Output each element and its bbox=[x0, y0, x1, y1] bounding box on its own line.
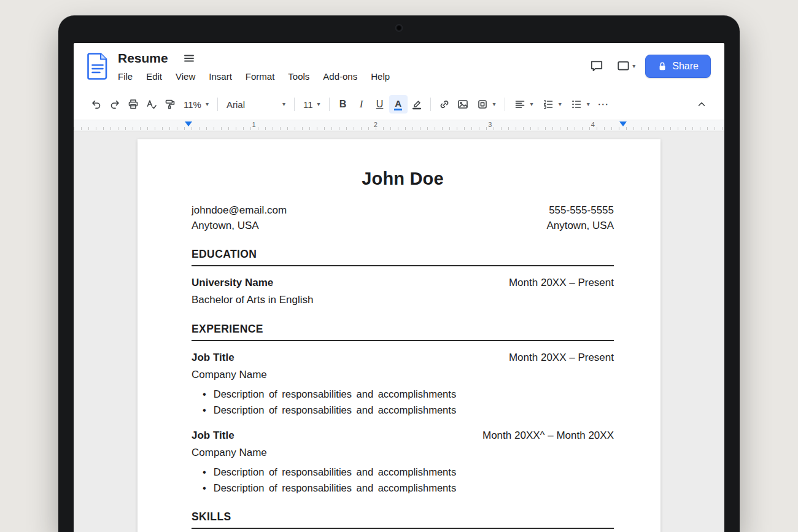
skills-heading: SKILLS bbox=[192, 511, 614, 529]
contact-city-left: Anytown, USA bbox=[192, 218, 259, 233]
bullet-item: • Description of responsabilities and ac… bbox=[192, 480, 614, 496]
menu-view[interactable]: View bbox=[176, 70, 195, 83]
bullet-item: • Description of responsabilities and ac… bbox=[192, 402, 614, 418]
education-heading: EDUCATION bbox=[192, 248, 614, 266]
bulleted-list-dropdown[interactable]: ▾ bbox=[566, 95, 594, 114]
lock-icon bbox=[657, 61, 667, 72]
app-window: Resume File Edit View Insart Format Tool… bbox=[74, 43, 724, 532]
insert-link-button[interactable] bbox=[435, 95, 454, 114]
toolbar-divider bbox=[505, 98, 505, 111]
ruler-mark-4: 4 bbox=[591, 121, 595, 128]
align-caret-icon: ▾ bbox=[530, 101, 533, 107]
right-indent-marker[interactable] bbox=[619, 121, 627, 126]
ruler-ticks bbox=[74, 127, 724, 130]
paint-format-button[interactable] bbox=[161, 95, 179, 114]
docs-logo-icon[interactable] bbox=[87, 53, 108, 80]
menu-file[interactable]: File bbox=[118, 70, 133, 83]
menu-addons[interactable]: Add-ons bbox=[323, 70, 357, 83]
share-button[interactable]: Share bbox=[645, 55, 711, 78]
menu-format[interactable]: Format bbox=[246, 70, 275, 83]
bullet-dot: • bbox=[203, 480, 206, 496]
align-dropdown[interactable]: ▾ bbox=[509, 95, 538, 114]
job-2-bullets: • Description of responsabilities and ac… bbox=[192, 464, 614, 496]
hamburger-menu-icon[interactable] bbox=[179, 48, 199, 68]
contact-row-2: Anytown, USA Anytown, USA bbox=[192, 218, 614, 233]
toolbar-divider bbox=[294, 98, 295, 111]
print-button[interactable] bbox=[124, 95, 142, 114]
toolbar-divider bbox=[217, 98, 218, 111]
toolbar-divider bbox=[430, 98, 431, 111]
job-2-row: Job Title Month 20XX^ – Month 20XX bbox=[192, 428, 614, 442]
present-button[interactable]: ▾ bbox=[616, 59, 635, 74]
header-actions: ▾ Share bbox=[587, 55, 711, 78]
docs-header: Resume File Edit View Insart Format Tool… bbox=[74, 43, 724, 89]
toolbar: 11% ▾ Arial ▾ 11 ▾ B I U bbox=[74, 89, 724, 120]
job-2-dates: Month 20XX^ – Month 20XX bbox=[482, 428, 614, 442]
text-color-button[interactable]: A bbox=[389, 95, 408, 114]
contact-email: johndoe@email.com bbox=[192, 202, 287, 218]
font-size-dropdown[interactable]: 11 ▾ bbox=[299, 95, 325, 114]
title-block: Resume File Edit View Insart Format Tool… bbox=[118, 48, 390, 83]
spellcheck-button[interactable] bbox=[142, 95, 161, 114]
collapse-toolbar-button[interactable] bbox=[692, 95, 711, 114]
education-entry: University Name Month 20XX – Present bbox=[192, 276, 614, 290]
toolbar-divider bbox=[329, 98, 330, 111]
bullet-text: Description of responsabilities and acco… bbox=[214, 386, 456, 402]
redo-button[interactable] bbox=[106, 95, 124, 114]
insert-image-button[interactable] bbox=[454, 95, 472, 114]
education-dates: Month 20XX – Present bbox=[509, 276, 614, 290]
undo-button[interactable] bbox=[87, 95, 106, 114]
bullet-text: Description of responsabilities and acco… bbox=[214, 464, 456, 480]
laptop-frame: Resume File Edit View Insart Format Tool… bbox=[58, 15, 740, 532]
bullet-dot: • bbox=[203, 402, 206, 418]
zoom-value: 11% bbox=[184, 99, 201, 110]
bullet-item: • Description of responsabilities and ac… bbox=[192, 464, 614, 480]
italic-button[interactable]: I bbox=[352, 95, 371, 114]
menu-help[interactable]: Help bbox=[371, 70, 390, 83]
contact-phone: 555-555-5555 bbox=[549, 202, 614, 218]
menu-insert[interactable]: Insart bbox=[209, 70, 232, 83]
share-label: Share bbox=[672, 61, 699, 72]
job-1-dates: Month 20XX – Present bbox=[509, 350, 614, 364]
text-box-icon bbox=[476, 98, 489, 110]
menu-edit[interactable]: Edit bbox=[146, 70, 162, 83]
font-size-caret-icon: ▾ bbox=[317, 101, 320, 107]
menu-tools[interactable]: Tools bbox=[288, 70, 309, 83]
resume-name: John Doe bbox=[192, 169, 614, 189]
job-1-title: Job Title bbox=[192, 350, 234, 364]
font-size-value: 11 bbox=[303, 99, 313, 110]
font-family-dropdown[interactable]: Arial ▾ bbox=[222, 95, 290, 114]
left-indent-marker[interactable] bbox=[185, 121, 192, 126]
document-page[interactable]: John Doe johndoe@email.com 555-555-5555 … bbox=[138, 139, 660, 532]
job-1-company: Company Name bbox=[192, 368, 614, 382]
numbered-list-dropdown[interactable]: ▾ bbox=[538, 95, 566, 114]
text-box-caret-icon: ▾ bbox=[493, 101, 496, 107]
education-degree: Bachelor of Arts in English bbox=[192, 293, 614, 307]
more-options-button[interactable]: ⋯ bbox=[594, 95, 613, 114]
bullet-dot: • bbox=[203, 464, 206, 480]
underline-button[interactable]: U bbox=[371, 95, 389, 114]
job-1-row: Job Title Month 20XX – Present bbox=[192, 350, 614, 364]
zoom-dropdown[interactable]: 11% ▾ bbox=[179, 95, 213, 114]
numbered-list-caret-icon: ▾ bbox=[559, 101, 562, 107]
bold-button[interactable]: B bbox=[334, 95, 352, 114]
bullet-text: Description of responsabilities and acco… bbox=[214, 402, 456, 418]
bulleted-list-icon bbox=[570, 98, 583, 110]
bullet-text: Description of responsabilities and acco… bbox=[214, 480, 456, 496]
webcam-dot bbox=[397, 25, 402, 31]
ruler-mark-2: 2 bbox=[374, 121, 378, 128]
experience-heading: EXPERIENCE bbox=[192, 323, 614, 341]
highlight-button[interactable] bbox=[408, 95, 426, 114]
document-title[interactable]: Resume bbox=[118, 51, 168, 66]
comment-icon[interactable] bbox=[587, 56, 606, 76]
document-canvas: John Doe johndoe@email.com 555-555-5555 … bbox=[74, 131, 724, 532]
ruler[interactable]: 1 2 3 4 bbox=[74, 120, 724, 131]
education-school: University Name bbox=[192, 276, 273, 290]
text-box-dropdown[interactable]: ▾ bbox=[472, 95, 500, 114]
font-family-value: Arial bbox=[227, 99, 245, 110]
align-icon bbox=[514, 98, 526, 110]
bulleted-list-caret-icon: ▾ bbox=[587, 101, 590, 107]
ruler-mark-1: 1 bbox=[252, 121, 256, 128]
contact-row-1: johndoe@email.com 555-555-5555 bbox=[192, 202, 614, 218]
present-caret-icon[interactable]: ▾ bbox=[632, 63, 635, 69]
